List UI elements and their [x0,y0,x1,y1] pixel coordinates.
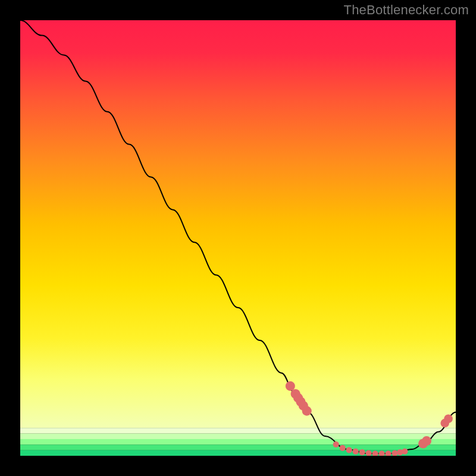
plot-area [20,20,456,456]
bottom-band [20,428,456,434]
marker-dot [444,414,453,423]
bottom-band [20,444,456,450]
marker-dot [333,441,339,447]
attribution-text: TheBottlenecker.com [344,2,469,18]
chart-container: TheBottlenecker.com [0,0,476,476]
chart-svg [20,20,456,456]
bottom-band [20,439,456,445]
marker-dot [340,445,346,451]
marker-dot [286,381,295,391]
marker-dot [353,449,359,455]
marker-dot [402,449,408,455]
marker-dot [359,449,365,455]
marker-dot [302,406,312,416]
marker-dot [422,436,431,446]
marker-dot [346,447,352,453]
bottom-band [20,434,456,440]
